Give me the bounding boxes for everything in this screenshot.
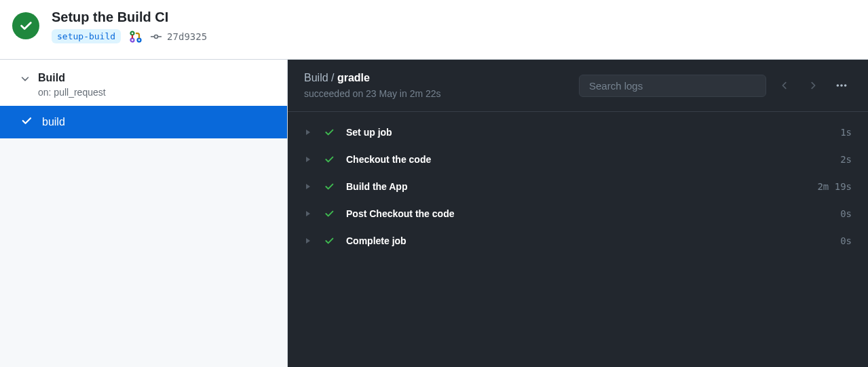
expand-icon	[304, 182, 312, 191]
log-panel: Build / gradle succeeded on 23 May in 2m…	[288, 60, 868, 367]
next-button[interactable]	[803, 75, 823, 96]
check-icon	[323, 126, 335, 138]
step-duration: 0s	[840, 235, 852, 246]
step-duration: 1s	[840, 127, 852, 138]
svg-point-2	[138, 38, 141, 41]
branch-tag[interactable]: setup-build	[52, 29, 121, 43]
expand-icon	[304, 237, 312, 245]
svg-marker-9	[306, 130, 310, 135]
pull-request-icon	[129, 30, 143, 43]
step-name: Post Checkout the code	[346, 208, 829, 219]
breadcrumb: Build / gradle	[304, 72, 571, 84]
step-duration: 2m 19s	[817, 181, 852, 192]
svg-point-1	[131, 38, 134, 41]
workflow-name: Build	[38, 72, 106, 84]
expand-icon	[304, 210, 312, 218]
svg-point-7	[840, 84, 843, 87]
commit-ref[interactable]: 27d9325	[151, 31, 207, 42]
commit-icon	[151, 31, 162, 42]
workflow-event: on: pull_request	[38, 87, 106, 98]
step-name: Complete job	[346, 235, 829, 246]
page-header: Setup the Build CI setup-build 27d93	[0, 0, 868, 60]
step-row[interactable]: Complete job 0s	[288, 227, 868, 254]
more-menu-button[interactable]	[831, 75, 852, 96]
sidebar: Build on: pull_request build	[0, 60, 288, 367]
steps-list: Set up job 1s Checkout the code 2s	[288, 112, 868, 261]
search-logs-input[interactable]	[579, 75, 766, 97]
step-row[interactable]: Checkout the code 2s	[288, 146, 868, 173]
workflow-header[interactable]: Build on: pull_request	[0, 60, 287, 106]
svg-point-3	[155, 35, 158, 38]
step-duration: 0s	[840, 208, 852, 219]
svg-point-8	[844, 84, 847, 87]
step-row[interactable]: Build the App 2m 19s	[288, 173, 868, 200]
svg-marker-12	[306, 211, 310, 216]
check-icon	[20, 115, 33, 130]
svg-point-6	[837, 84, 839, 87]
svg-marker-13	[306, 238, 310, 244]
step-name: Build the App	[346, 181, 806, 192]
sidebar-job-build[interactable]: build	[0, 106, 287, 138]
step-row[interactable]: Post Checkout the code 0s	[288, 200, 868, 227]
step-name: Set up job	[346, 127, 829, 138]
check-icon	[323, 235, 335, 247]
expand-icon	[304, 155, 312, 163]
check-icon	[323, 153, 335, 166]
job-status-text: succeeded on 23 May in 2m 22s	[304, 88, 571, 99]
check-icon	[323, 208, 335, 220]
svg-marker-11	[306, 184, 310, 189]
svg-point-0	[131, 31, 134, 35]
page-title: Setup the Build CI	[52, 9, 207, 25]
check-icon	[323, 180, 335, 193]
step-name: Checkout the code	[346, 154, 829, 165]
svg-marker-10	[306, 157, 310, 162]
commit-sha: 27d9325	[167, 31, 207, 42]
step-row[interactable]: Set up job 1s	[288, 119, 868, 146]
chevron-down-icon	[20, 74, 30, 85]
expand-icon	[304, 128, 312, 136]
status-success-icon	[12, 12, 39, 39]
prev-button[interactable]	[774, 75, 795, 96]
sidebar-job-label: build	[42, 116, 65, 128]
step-duration: 2s	[840, 154, 852, 165]
